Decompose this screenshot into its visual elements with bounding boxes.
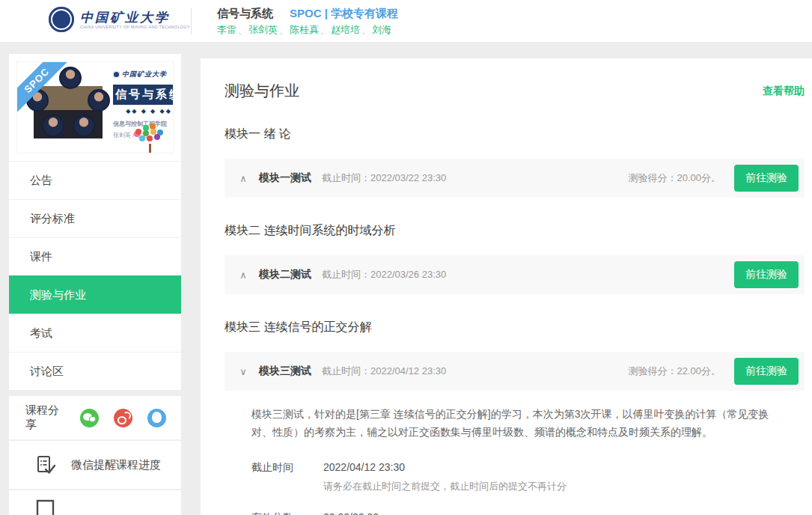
- course-cover-image: SPOC 中国矿业大学 信号与系统 ◆◆ ◆ ◆ ◆◆ 信息与控: [16, 61, 174, 153]
- name-separator: 、: [279, 25, 288, 35]
- cover-university-name: 中国矿业大学: [122, 70, 167, 79]
- detail-value: 2022/04/12 23:30: [323, 461, 775, 473]
- page: 中国矿业大学 CHINA UNIVERSITY OF MINING AND TE…: [0, 0, 812, 515]
- instructor-link[interactable]: 刘海: [372, 24, 391, 35]
- test-row[interactable]: ∧ 模块二测试 截止时间：2022/03/26 23:30 前往测验: [225, 255, 805, 294]
- instructor-link[interactable]: 张剑英: [248, 24, 278, 35]
- view-help-link[interactable]: 查看帮助: [763, 85, 805, 98]
- test-description: 模块三测试，针对的是[第三章 连续信号的正交分解]的学习，本次为第3次开课，以傅…: [251, 406, 775, 442]
- reminder-label: 微信提醒课程进度: [71, 458, 161, 472]
- university-name: 中国矿业大学: [80, 10, 202, 25]
- test-deadline: 截止时间：2022/03/26 23:30: [322, 268, 446, 281]
- module-section: 模块一 绪 论 ∧ 模块一测试 截止时间：2022/03/22 23:30 测验…: [225, 127, 805, 198]
- top-bar: 中国矿业大学 CHINA UNIVERSITY OF MINING AND TE…: [0, 0, 812, 43]
- sidebar-item-exams[interactable]: 考试: [9, 314, 181, 352]
- chevron-up-icon[interactable]: ∧: [238, 173, 248, 184]
- test-row[interactable]: ∨ 模块三测试 截止时间：2022/04/12 23:30 测验得分：22.00…: [225, 352, 805, 391]
- detail-row-deadline: 截止时间 2022/04/12 23:30 请务必在截止时间之前提交，截止时间后…: [251, 461, 775, 493]
- wechat-share-icon[interactable]: [80, 409, 99, 427]
- qr-code-item[interactable]: [9, 490, 181, 515]
- chevron-up-icon[interactable]: ∧: [238, 269, 248, 281]
- module-heading: 模块一 绪 论: [225, 127, 805, 142]
- module-section: 模块三 连续信号的正交分解 ∨ 模块三测试 截止时间：2022/04/12 23…: [225, 320, 805, 515]
- test-score: 测验得分：22.00分。: [628, 365, 721, 378]
- test-deadline: 截止时间：2022/03/22 23:30: [322, 171, 446, 185]
- sidebar-menu: 公告 评分标准 课件 测验与作业 考试 讨论区: [9, 161, 181, 390]
- avatar: [88, 89, 110, 112]
- detail-label: 有效分数: [251, 511, 323, 515]
- page-title: 测验与作业: [225, 81, 299, 101]
- go-to-test-button[interactable]: 前往测验: [734, 261, 799, 288]
- sidebar-item-courseware[interactable]: 课件: [9, 237, 181, 275]
- avatar: [42, 115, 64, 137]
- test-name: 模块一测试: [259, 171, 311, 185]
- share-label: 课程分享: [25, 403, 68, 432]
- cover-course-title: 信号与系统: [113, 85, 174, 105]
- go-to-test-button[interactable]: 前往测验: [734, 358, 799, 385]
- university-logo[interactable]: 中国矿业大学 CHINA UNIVERSITY OF MINING AND TE…: [49, 7, 202, 32]
- university-name-en: CHINA UNIVERSITY OF MINING AND TECHNOLOG…: [80, 25, 190, 28]
- course-share-row: 课程分享: [9, 396, 181, 439]
- avatar: [59, 67, 82, 89]
- name-separator: 、: [238, 25, 247, 35]
- test-row[interactable]: ∧ 模块一测试 截止时间：2022/03/22 23:30 测验得分：20.00…: [225, 159, 805, 198]
- detail-label: 截止时间: [251, 461, 323, 493]
- test-details: 模块三测试，针对的是[第三章 连续信号的正交分解]的学习，本次为第3次开课，以傅…: [225, 406, 775, 515]
- sidebar-item-quizzes-homework[interactable]: 测验与作业: [9, 275, 181, 314]
- name-separator: 、: [361, 25, 370, 35]
- qr-code-icon: [36, 499, 55, 515]
- university-emblem-icon: [49, 7, 74, 32]
- sidebar-item-announcements[interactable]: 公告: [9, 161, 181, 199]
- test-name: 模块三测试: [259, 365, 311, 378]
- detail-value: 22.00/22.00: [323, 511, 775, 515]
- detail-row-valid-score: 有效分数 22.00/22.00 你的每一次测验系统都将为你计分，并提取最高得分…: [251, 511, 775, 515]
- tree-decoration: [134, 124, 167, 153]
- detail-note: 请务必在截止时间之前提交，截止时间后的提交不再计分: [323, 480, 775, 493]
- wechat-reminder-item[interactable]: 微信提醒课程进度: [9, 441, 181, 489]
- header-divider: [191, 8, 192, 34]
- weibo-share-icon[interactable]: [114, 409, 132, 427]
- qq-share-icon[interactable]: [147, 409, 166, 427]
- instructor-link[interactable]: 李雷: [217, 24, 236, 35]
- main-content: 测验与作业 查看帮助 模块一 绪 论 ∧ 模块一测试 截止时间：2022/03/…: [201, 58, 812, 515]
- sidebar: SPOC 中国矿业大学 信号与系统 ◆◆ ◆ ◆ ◆◆ 信息与控: [9, 54, 181, 515]
- go-to-test-button[interactable]: 前往测验: [734, 165, 799, 192]
- instructor-list: 李雷、张剑英、陈桂真、赵培培、刘海: [217, 22, 398, 37]
- instructor-link[interactable]: 赵培培: [331, 24, 360, 35]
- test-name: 模块二测试: [259, 268, 311, 281]
- module-section: 模块二 连续时间系统的时域分析 ∧ 模块二测试 截止时间：2022/03/26 …: [225, 223, 805, 294]
- test-score: 测验得分：20.00分。: [628, 171, 721, 185]
- waveform-decoration: ◆◆ ◆ ◆ ◆◆: [113, 108, 174, 115]
- test-deadline: 截止时间：2022/04/12 23:30: [322, 365, 446, 378]
- module-heading: 模块二 连续时间系统的时域分析: [225, 223, 805, 239]
- chevron-down-icon[interactable]: ∨: [238, 366, 248, 377]
- university-emblem-icon: [113, 71, 120, 78]
- sidebar-item-discussion[interactable]: 讨论区: [9, 352, 181, 390]
- checklist-icon: [36, 455, 56, 475]
- avatar: [73, 115, 95, 137]
- name-separator: 、: [320, 25, 329, 35]
- sidebar-item-grading-criteria[interactable]: 评分标准: [9, 199, 181, 237]
- instructor-link[interactable]: 陈桂真: [290, 24, 319, 35]
- course-title: 信号与系统: [217, 6, 273, 21]
- module-heading: 模块三 连续信号的正交分解: [225, 320, 805, 335]
- course-type-badge: SPOC | 学校专有课程: [290, 6, 398, 21]
